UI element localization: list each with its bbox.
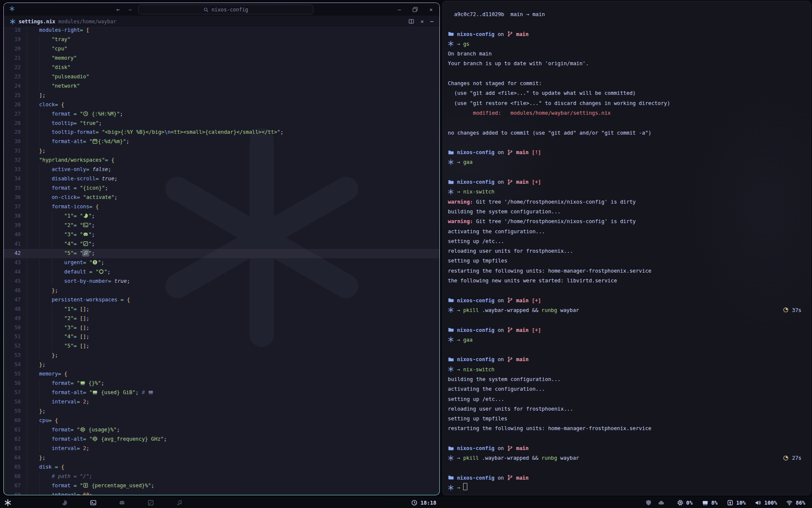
- code-line[interactable]: 39"2"= "";: [4, 221, 439, 230]
- code-token: }: [39, 148, 42, 154]
- split-editor-icon[interactable]: [409, 19, 414, 24]
- code-line[interactable]: 33active-only= false;: [4, 165, 439, 174]
- code-line[interactable]: 47persistent-workspaces = {: [4, 295, 439, 305]
- code-line[interactable]: 54};: [4, 360, 439, 370]
- workspace-2-terminal[interactable]: [90, 500, 96, 506]
- ram-module[interactable]: 8%: [702, 500, 718, 506]
- code-line[interactable]: 25];: [4, 91, 439, 100]
- code-line[interactable]: 46};: [4, 286, 439, 295]
- nav-back-button[interactable]: ←: [116, 5, 120, 14]
- wifi-module[interactable]: 86%: [786, 500, 805, 506]
- code-line[interactable]: 41"4"= "";: [4, 240, 439, 249]
- code-line[interactable]: 27format = " {:%H:%M}";: [4, 110, 439, 119]
- tab-settings-nix[interactable]: settings.nix modules/home/waybar: [4, 16, 122, 27]
- code-line[interactable]: 35format = "{icon}";: [4, 184, 439, 193]
- code-line[interactable]: 29tooltip-format= "<big>{:%Y %B}</big>\n…: [4, 128, 439, 137]
- code-token: =: [77, 445, 80, 451]
- code-line[interactable]: 32"hyprland/workspaces"= {: [4, 156, 439, 165]
- code-line[interactable]: 66# path = "/";: [4, 472, 439, 481]
- code-line[interactable]: 65disk = {: [4, 463, 439, 472]
- code-line[interactable]: 31};: [4, 146, 439, 156]
- code-area[interactable]: 18modules-right= [19"tray"20"cpu"21"memo…: [4, 26, 439, 495]
- code-line[interactable]: 63interval= 2;: [4, 444, 439, 453]
- code-token: [86, 138, 89, 144]
- volume-module[interactable]: 100%: [755, 500, 777, 506]
- terminal-window[interactable]: a9c0c72..d11029b main → main nixos-confi…: [442, 1, 811, 495]
- more-options-icon[interactable]: ⋯: [430, 19, 433, 24]
- code-line[interactable]: 24"network": [4, 82, 439, 91]
- code-line[interactable]: 37format-icons= {: [4, 202, 439, 212]
- code-line[interactable]: 58interval= 2;: [4, 398, 439, 407]
- code-line[interactable]: 26clock= {: [4, 100, 439, 110]
- workspace-3-discord[interactable]: [119, 500, 125, 506]
- code-line[interactable]: 20"cpu": [4, 44, 439, 54]
- terminal-text: main: [513, 356, 529, 362]
- code-token: =: [83, 138, 86, 144]
- code-line[interactable]: 40"3"= "";: [4, 230, 439, 240]
- code-line[interactable]: 44default = "";: [4, 268, 439, 277]
- code-line[interactable]: 34disable-scroll= true;: [4, 174, 439, 184]
- close-window-button[interactable]: ×: [429, 7, 433, 12]
- code-token: "hyprland/workspaces": [39, 157, 105, 163]
- workspace-5-music[interactable]: [176, 500, 183, 506]
- branch-icon: [507, 327, 513, 333]
- code-line[interactable]: 18modules-right= [: [4, 26, 439, 35]
- code-token: interval: [52, 399, 77, 405]
- workspace-4-note[interactable]: [148, 500, 154, 506]
- code-line[interactable]: 48"1"= [];: [4, 305, 439, 314]
- terminal-text: 27s: [789, 455, 801, 461]
- cpu-module[interactable]: 0%: [677, 500, 693, 506]
- code-line[interactable]: 36on-click= "activate";: [4, 193, 439, 202]
- code-line[interactable]: 62format-alt= " {avg_frequency} GHz";: [4, 435, 439, 444]
- code-line[interactable]: 51"4"= [];: [4, 332, 439, 342]
- indent-guide: [27, 54, 27, 63]
- close-tab-icon[interactable]: ×: [420, 19, 424, 24]
- code-line[interactable]: 42"5"= "";: [4, 249, 439, 258]
- tray-cloud-icon[interactable]: [658, 500, 664, 506]
- code-line[interactable]: 55memory= {: [4, 370, 439, 379]
- indent-guide: [52, 305, 52, 314]
- code-line[interactable]: 67format = " {percentage_used}%";: [4, 481, 439, 491]
- code-line[interactable]: 38"1"= "";: [4, 212, 439, 221]
- clock-module[interactable]: 18:18: [411, 497, 436, 508]
- code-line[interactable]: 57format-alt= " {used} GiB"; #: [4, 388, 439, 398]
- code-line[interactable]: 19"tray": [4, 35, 439, 44]
- indent-guide: [27, 156, 27, 165]
- code-line[interactable]: 61format= " {usage}%";: [4, 425, 439, 435]
- code-line[interactable]: 50"3"= [];: [4, 323, 439, 333]
- disk-module[interactable]: 10%: [727, 500, 746, 506]
- indent-guide: [39, 119, 40, 128]
- code-line[interactable]: 23"pulseaudio": [4, 72, 439, 82]
- terminal-line: → nix-switch: [448, 187, 805, 197]
- code-line[interactable]: 60cpu= {: [4, 416, 439, 425]
- code-token: [52, 464, 55, 470]
- code-line[interactable]: 21"memory": [4, 54, 439, 63]
- indent-guide: [27, 453, 27, 463]
- code-line[interactable]: 43urgent= "";: [4, 258, 439, 268]
- code-line[interactable]: 28tooltip= "true";: [4, 119, 439, 128]
- music-icon: [176, 500, 183, 506]
- code-line[interactable]: 56format= " {}%";: [4, 379, 439, 388]
- nav-forward-button[interactable]: →: [128, 5, 132, 14]
- indent-guide: [27, 100, 27, 110]
- code-line[interactable]: 59};: [4, 407, 439, 416]
- code-line[interactable]: 53};: [4, 351, 439, 360]
- code-token: [77, 315, 80, 321]
- terminal-text: →: [454, 367, 463, 373]
- code-token: true: [102, 176, 115, 182]
- terminal-line: a9c0c72..d11029b main → main: [448, 10, 805, 19]
- project-search-box[interactable]: nixos-config: [138, 5, 313, 14]
- code-line[interactable]: 22"disk": [4, 63, 439, 72]
- code-token: format: [52, 427, 70, 433]
- code-line[interactable]: 68interval= 60;: [4, 491, 439, 495]
- workspace-1-firefox[interactable]: [61, 500, 68, 506]
- code-line[interactable]: 49"2"= [];: [4, 314, 439, 323]
- code-line[interactable]: 64};: [4, 453, 439, 463]
- code-line[interactable]: 30format-alt= "{:%d/%m}";: [4, 137, 439, 146]
- restore-button[interactable]: [412, 7, 418, 12]
- code-line[interactable]: 45sort-by-number= true;: [4, 277, 439, 286]
- minimize-button[interactable]: —: [398, 7, 401, 12]
- nix-launcher-icon[interactable]: [4, 499, 11, 506]
- tray-shield-icon[interactable]: [645, 500, 652, 506]
- code-line[interactable]: 52"5"= [];: [4, 342, 439, 351]
